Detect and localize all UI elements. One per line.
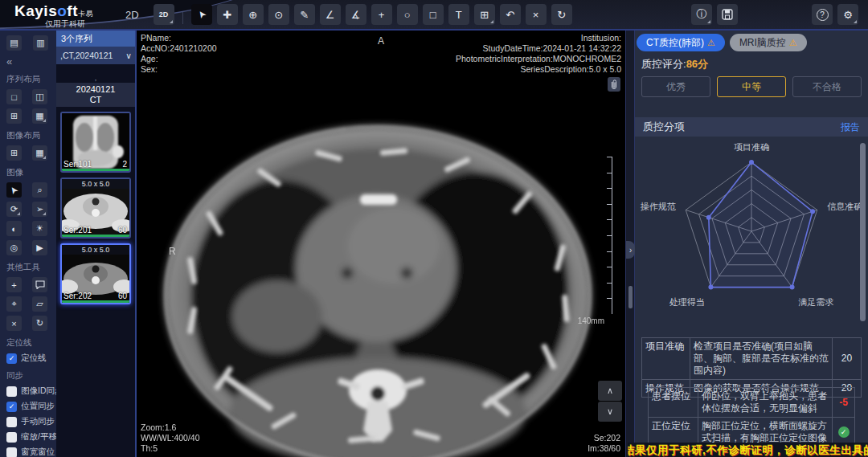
- series-layout-2x2-button[interactable]: ⊞: [6, 108, 22, 124]
- grade-excellent-button[interactable]: 优秀: [641, 76, 710, 97]
- target-button[interactable]: ◎: [6, 240, 22, 255]
- clear-button[interactable]: ×: [6, 316, 22, 331]
- sync-link-button[interactable]: [608, 77, 620, 92]
- save-button[interactable]: [717, 4, 738, 25]
- cursor-icon: ➤: [7, 183, 21, 196]
- tab-mri-brain-qc[interactable]: MRI脑质控 ⚠: [730, 34, 807, 51]
- panel-list-button[interactable]: ▤: [6, 35, 22, 51]
- brightness-icon: ☀: [36, 223, 44, 234]
- window-level-icon: ⊙: [274, 9, 283, 21]
- study-selector[interactable]: ,CT,20240121 ∨: [56, 47, 135, 64]
- image-search-button[interactable]: ⌕: [32, 182, 47, 198]
- checkbox-unchecked: ✓: [6, 386, 17, 397]
- select-tool-button[interactable]: ➤: [191, 4, 212, 25]
- rectangle-tool-button[interactable]: □: [423, 4, 444, 25]
- penalty-score: -5: [833, 388, 855, 418]
- series-thumbnail-202[interactable]: 5.0 x 5.0 Ser:202 60: [60, 243, 131, 304]
- pan-tool-button[interactable]: ✚: [217, 4, 238, 25]
- delete-annotation-button[interactable]: ×: [526, 4, 547, 25]
- rotate-flip-button[interactable]: ⟳: [6, 202, 22, 217]
- panel-copy-button[interactable]: ▥: [33, 35, 48, 51]
- image-layout-2x2-button[interactable]: ⊞: [6, 145, 22, 161]
- report-link[interactable]: 报告: [841, 120, 860, 134]
- slice-stepper: ∧ ∨: [598, 381, 622, 422]
- sync-manual-checkbox[interactable]: ✓ 手动同步: [6, 416, 56, 427]
- eraser-button[interactable]: ▱: [32, 296, 47, 312]
- sync-imageid-checkbox[interactable]: ✓ 图像ID同步: [6, 386, 56, 397]
- layout-button[interactable]: ⊞: [474, 4, 495, 25]
- series-thumbnail-101[interactable]: Ser:101 2: [60, 112, 131, 173]
- add-button[interactable]: +: [6, 277, 22, 292]
- magnify-region-button[interactable]: ⌖: [6, 296, 22, 312]
- tab-ct-lung-qc[interactable]: CT质控(肺部) ⚠: [637, 34, 725, 51]
- cobb-angle-button[interactable]: ∡: [346, 4, 366, 25]
- info-button[interactable]: ⓘ: [691, 4, 712, 25]
- info-icon: ⓘ: [697, 7, 707, 22]
- sync-position-checkbox[interactable]: ✓ 位置同步: [6, 401, 56, 412]
- disclaimer-marquee: 结果仅用于科研,不作诊断证明，诊断以医生出具的诊断: [628, 443, 868, 457]
- grade-fail-button[interactable]: 不合格: [792, 76, 862, 97]
- mode-2d-button[interactable]: 2D: [154, 4, 174, 25]
- refresh-button[interactable]: ↻: [32, 316, 47, 331]
- help-button[interactable]: ?: [812, 4, 833, 25]
- undo-button[interactable]: ↶: [500, 4, 521, 25]
- close-icon: ×: [11, 319, 16, 328]
- invert-button[interactable]: ◐: [6, 221, 22, 236]
- qc-subsection-title: 质控分项: [643, 120, 685, 134]
- warning-icon: ⚠: [789, 38, 797, 48]
- reset-icon: ↻: [36, 318, 43, 328]
- previous-slice-button[interactable]: ∧: [598, 381, 622, 401]
- text-tool-button[interactable]: T: [448, 4, 469, 25]
- reset-button[interactable]: ↻: [551, 4, 572, 25]
- checkbox-unchecked: ✓: [6, 432, 17, 443]
- sync-zoompan-checkbox[interactable]: ✓ 缩放/平移: [6, 431, 56, 443]
- length-tool-button[interactable]: ✎: [294, 4, 315, 25]
- series-layout-label: 序列布局: [6, 74, 56, 85]
- image-cursor-button[interactable]: ➤: [6, 182, 22, 198]
- check-icon: ✓: [9, 354, 15, 362]
- scale-ruler: [607, 157, 612, 314]
- text-icon: T: [456, 9, 462, 21]
- orientation-marker-anterior: A: [137, 35, 625, 47]
- check-icon: ✓: [9, 402, 15, 410]
- app-root: Kayisoft卡易 仅用于科研 2D 2D ➤ ✚ ⊕ ⊙ ✎ ∠ ∡ + ○…: [0, 0, 868, 457]
- checkbox-checked: ✓: [6, 353, 17, 364]
- series-count-header: 3个序列: [56, 31, 135, 47]
- study-group-header[interactable]: 20240121 CT: [56, 83, 135, 107]
- collapse-sidebar-button[interactable]: «: [6, 55, 56, 67]
- settings-button[interactable]: ⚙: [837, 4, 858, 25]
- eraser-icon: ▱: [36, 299, 43, 309]
- angle-tool-button[interactable]: ∠: [320, 4, 341, 25]
- series-layout-1x1-button[interactable]: □: [6, 89, 22, 104]
- point-tool-button[interactable]: +: [371, 4, 392, 25]
- series-layout-1x2-button[interactable]: ◫: [32, 89, 47, 104]
- series-thumbnail-201[interactable]: 5.0 x 5.0 Ser:201 60: [60, 177, 131, 239]
- viewport-scrollbar[interactable]: [628, 286, 633, 308]
- grade-medium-button[interactable]: 中等: [717, 76, 786, 97]
- zoom-tool-button[interactable]: ⊕: [243, 4, 264, 25]
- load-progress-bar: [62, 235, 129, 237]
- next-slice-button[interactable]: ∨: [598, 402, 622, 422]
- qc-subsection-bar: 质控分项 报告: [635, 117, 868, 137]
- sync-windowing-checkbox[interactable]: ✓ 窗宽窗位: [6, 447, 56, 457]
- cine-button[interactable]: ➢: [32, 202, 47, 217]
- expand-panel-button[interactable]: ›: [626, 241, 635, 259]
- series-layout-3x3-button[interactable]: ▦: [32, 108, 47, 124]
- localizer-checkbox[interactable]: ✓ 定位线: [6, 353, 56, 364]
- image-layout-3x3-button[interactable]: ▦: [32, 145, 47, 161]
- study-mark: ,: [56, 74, 135, 82]
- checkbox-unchecked: ✓: [6, 447, 17, 457]
- brightness-button[interactable]: ☀: [32, 221, 47, 236]
- comment-button[interactable]: [32, 277, 47, 292]
- main-viewport[interactable]: PName: AccNO:2401210200 Age: Sex: Instit…: [137, 31, 625, 457]
- play-button[interactable]: ▶: [32, 240, 47, 255]
- qc-score-value: 86分: [686, 58, 708, 70]
- help-icon: ?: [817, 9, 829, 21]
- window-level-button[interactable]: ⊙: [268, 4, 289, 25]
- svg-text:信息准确: 信息准确: [827, 202, 862, 211]
- qc-panel-scrollbar[interactable]: [860, 143, 866, 321]
- ellipse-tool-button[interactable]: ○: [397, 4, 418, 25]
- ct-axial-image: [137, 31, 625, 457]
- warning-icon: ⚠: [707, 38, 715, 48]
- other-tools-label: 其他工具: [6, 262, 56, 273]
